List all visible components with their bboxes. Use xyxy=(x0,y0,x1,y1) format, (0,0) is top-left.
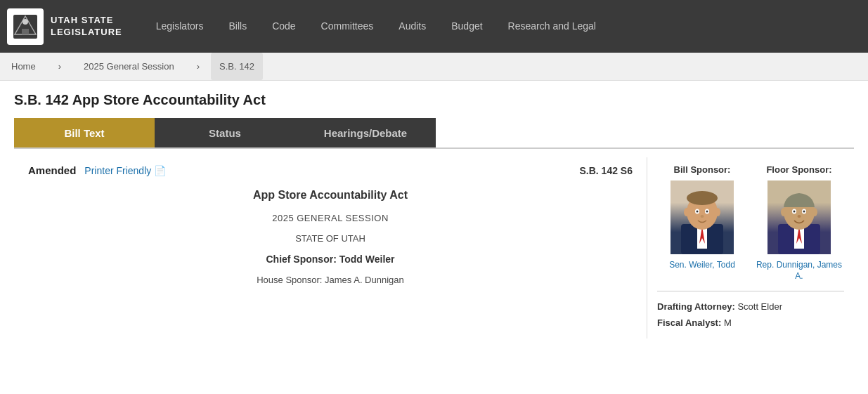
nav-audits[interactable]: Audits xyxy=(386,0,439,53)
bill-number-inline: S.B. 142 S6 xyxy=(580,165,633,176)
svg-point-8 xyxy=(687,191,718,205)
svg-point-11 xyxy=(697,211,699,213)
nav-research-legal[interactable]: Research and Legal xyxy=(495,0,609,53)
svg-point-25 xyxy=(781,208,786,216)
svg-point-15 xyxy=(715,208,720,216)
svg-point-2 xyxy=(22,19,28,25)
bill-content: Amended Printer Friendly 📄 S.B. 142 S6 A… xyxy=(14,157,647,339)
fiscal-analyst-val: M xyxy=(724,317,732,328)
house-sponsor: House Sponsor: James A. Dunnigan xyxy=(28,275,633,285)
pdf-icon: 📄 xyxy=(154,165,166,176)
bill-sponsor-name-link[interactable]: Sen. Weiler, Todd xyxy=(669,260,735,270)
amended-label: Amended xyxy=(28,164,76,176)
printer-friendly-text: Printer Friendly xyxy=(84,165,151,176)
svg-point-24 xyxy=(798,215,801,218)
tab-status[interactable]: Status xyxy=(155,118,295,147)
svg-point-14 xyxy=(684,208,689,216)
breadcrumb-sep1: › xyxy=(47,53,72,80)
svg-rect-3 xyxy=(22,29,29,34)
page-title: S.B. 142 App Store Accountability Act xyxy=(14,92,854,108)
sponsor-panel: Bill Sponsor: xyxy=(647,157,854,339)
logo-icon xyxy=(7,8,44,45)
nav-legislators[interactable]: Legislators xyxy=(143,0,216,53)
main-nav: UTAH STATE LEGISLATURE Legislators Bills… xyxy=(0,0,868,53)
svg-point-12 xyxy=(706,211,708,213)
fiscal-analyst-row: Fiscal Analyst: M xyxy=(657,315,844,331)
bill-sponsor-col: Bill Sponsor: xyxy=(657,164,747,281)
amended-row: Amended Printer Friendly 📄 S.B. 142 S6 xyxy=(28,164,633,176)
sponsor-columns: Bill Sponsor: xyxy=(657,164,844,281)
bill-sponsor-photo xyxy=(671,180,734,254)
svg-point-13 xyxy=(701,215,704,218)
nav-links: Legislators Bills Code Committees Audits… xyxy=(143,0,861,53)
svg-point-22 xyxy=(793,211,796,213)
sponsor-meta: Drafting Attorney: Scott Elder Fiscal An… xyxy=(657,291,844,331)
nav-committees[interactable]: Committees xyxy=(309,0,387,53)
tab-bill-text[interactable]: Bill Text xyxy=(14,118,155,147)
floor-sponsor-name-link[interactable]: Rep. Dunnigan, James A. xyxy=(756,260,842,281)
site-logo[interactable]: UTAH STATE LEGISLATURE xyxy=(7,8,122,45)
logo-text: UTAH STATE LEGISLATURE xyxy=(51,15,122,39)
session-text: 2025 GENERAL SESSION xyxy=(28,213,633,223)
floor-sponsor-title: Floor Sponsor: xyxy=(754,164,844,175)
breadcrumb-session[interactable]: 2025 General Session xyxy=(72,53,186,80)
body-area: Amended Printer Friendly 📄 S.B. 142 S6 A… xyxy=(14,147,854,339)
svg-rect-0 xyxy=(13,15,37,39)
chief-sponsor: Chief Sponsor: Todd Weiler xyxy=(28,254,633,265)
printer-friendly-link[interactable]: Printer Friendly 📄 xyxy=(84,165,166,176)
floor-sponsor-photo xyxy=(767,180,831,254)
nav-code[interactable]: Code xyxy=(259,0,308,53)
nav-budget[interactable]: Budget xyxy=(439,0,495,53)
fiscal-analyst-label: Fiscal Analyst: xyxy=(657,317,721,328)
floor-sponsor-col: Floor Sponsor: xyxy=(754,164,844,281)
nav-bills[interactable]: Bills xyxy=(216,0,259,53)
svg-point-23 xyxy=(803,211,805,213)
drafting-attorney-row: Drafting Attorney: Scott Elder xyxy=(657,298,844,315)
drafting-attorney-val: Scott Elder xyxy=(737,301,782,312)
content-area: S.B. 142 App Store Accountability Act Bi… xyxy=(0,81,868,339)
breadcrumb: Home › 2025 General Session › S.B. 142 xyxy=(0,53,868,81)
state-text: STATE OF UTAH xyxy=(28,233,633,244)
bill-main-title: App Store Accountability Act xyxy=(28,189,633,202)
drafting-attorney-label: Drafting Attorney: xyxy=(657,301,735,312)
tab-hearings[interactable]: Hearings/Debate xyxy=(295,118,436,147)
tabs-bar: Bill Text Status Hearings/Debate xyxy=(14,118,854,147)
svg-point-26 xyxy=(812,208,817,216)
bill-sponsor-title: Bill Sponsor: xyxy=(657,164,747,175)
breadcrumb-sep2: › xyxy=(186,53,211,80)
breadcrumb-current: S.B. 142 xyxy=(211,53,263,80)
breadcrumb-home[interactable]: Home xyxy=(0,53,47,80)
bill-text-body: App Store Accountability Act 2025 GENERA… xyxy=(28,189,633,285)
